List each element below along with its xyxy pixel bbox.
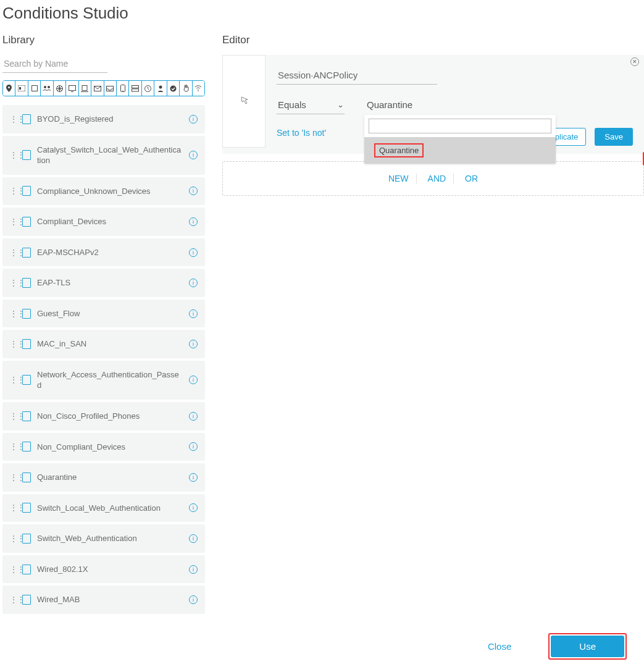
library-panel: Library ⋮⋮BYOD_is_Registeredi⋮⋮Catalyst_… (0, 34, 210, 614)
library-item[interactable]: ⋮⋮Guest_Flowi (2, 300, 205, 328)
drag-handle-icon[interactable]: ⋮⋮ (10, 443, 16, 450)
set-is-not-link[interactable]: Set to 'Is not' (277, 128, 326, 138)
info-icon[interactable]: i (189, 412, 198, 421)
use-button[interactable]: Use (551, 636, 624, 657)
drag-handle-icon[interactable]: ⋮⋮ (10, 249, 16, 256)
library-item-name: MAC_in_SAN (37, 338, 183, 350)
drag-handle-icon[interactable]: ⋮⋮ (10, 566, 16, 573)
svg-rect-1 (19, 87, 21, 90)
library-item[interactable]: ⋮⋮Non_Compliant_Devicesi (2, 433, 205, 461)
svg-point-17 (198, 91, 199, 91)
dropdown-option[interactable]: Quarantine (364, 137, 556, 164)
dropdown-search-input[interactable] (369, 119, 551, 133)
mail-icon[interactable] (91, 81, 104, 96)
value-display: Quarantine ⌃ (367, 99, 412, 111)
drag-handle-icon[interactable]: ⋮⋮ (10, 413, 16, 420)
document-icon (22, 309, 31, 319)
info-icon[interactable]: i (189, 595, 198, 604)
hand-icon[interactable] (180, 81, 192, 96)
drag-handle-icon[interactable]: ⋮⋮ (10, 340, 16, 348)
shield-icon[interactable] (167, 81, 180, 96)
logic-or[interactable]: OR (458, 174, 485, 183)
document-icon (22, 114, 31, 124)
library-item[interactable]: ⋮⋮EAP-MSCHAPv2i (2, 238, 205, 267)
operator-label: Equals (278, 99, 306, 110)
drag-handle-icon[interactable]: ⋮⋮ (10, 596, 16, 603)
drag-handle-icon[interactable]: ⋮⋮ (10, 310, 16, 317)
document-icon (22, 411, 31, 421)
drag-handle-icon[interactable]: ⋮⋮ (10, 218, 16, 225)
info-icon[interactable]: i (189, 340, 198, 348)
library-item-name: Guest_Flow (37, 308, 183, 319)
device-icon[interactable] (79, 81, 91, 96)
server-icon[interactable] (129, 81, 141, 96)
square-icon[interactable] (28, 81, 41, 96)
wifi-icon[interactable] (193, 81, 204, 96)
search-input[interactable] (2, 55, 107, 73)
phone-icon[interactable] (117, 81, 129, 96)
location-icon[interactable] (3, 81, 15, 96)
info-icon[interactable]: i (189, 248, 198, 257)
info-icon[interactable]: i (189, 279, 198, 287)
badge-icon[interactable] (15, 81, 28, 96)
clock-icon[interactable] (142, 81, 154, 96)
library-title: Library (2, 34, 205, 46)
library-item[interactable]: ⋮⋮Quarantinei (2, 463, 205, 492)
library-item[interactable]: ⋮⋮EAP-TLSi (2, 269, 205, 297)
document-icon (22, 186, 31, 196)
library-item-name: Catalyst_Switch_Local_Web_Authentication (37, 145, 183, 166)
info-icon[interactable]: i (189, 115, 198, 124)
document-icon (22, 339, 31, 349)
info-icon[interactable]: i (189, 473, 198, 482)
document-icon (22, 534, 31, 544)
svg-point-15 (159, 85, 162, 88)
condition-drop-zone[interactable] (222, 55, 266, 148)
svg-point-11 (122, 90, 123, 91)
person-icon[interactable] (154, 81, 167, 96)
logic-new[interactable]: NEW (381, 174, 417, 183)
inbox-icon[interactable] (104, 81, 117, 96)
monitor-icon[interactable] (66, 81, 78, 96)
library-item[interactable]: ⋮⋮Wired_MABi (2, 586, 205, 614)
drag-handle-icon[interactable]: ⋮⋮ (10, 504, 16, 511)
drag-handle-icon[interactable]: ⋮⋮ (10, 279, 16, 287)
attribute-field[interactable]: Session·ANCPolicy (277, 66, 437, 85)
library-item[interactable]: ⋮⋮Catalyst_Switch_Local_Web_Authenticati… (2, 136, 205, 175)
info-icon[interactable]: i (189, 187, 198, 195)
library-item[interactable]: ⋮⋮MAC_in_SANi (2, 330, 205, 358)
drag-handle-icon[interactable]: ⋮⋮ (10, 376, 16, 384)
document-icon (22, 565, 31, 574)
info-icon[interactable]: i (189, 309, 198, 318)
info-icon[interactable]: i (189, 503, 198, 512)
globe-icon[interactable] (54, 81, 66, 96)
operator-select[interactable]: Equals ⌄ (277, 96, 345, 114)
drag-handle-icon[interactable]: ⋮⋮ (10, 474, 16, 481)
info-icon[interactable]: i (189, 376, 198, 384)
close-icon[interactable]: ✕ (630, 57, 639, 66)
drag-handle-icon[interactable]: ⋮⋮ (10, 151, 16, 159)
document-icon (22, 442, 31, 452)
library-item[interactable]: ⋮⋮Wired_802.1Xi (2, 555, 205, 584)
footer: Close Use (0, 621, 644, 672)
info-icon[interactable]: i (189, 534, 198, 543)
library-item[interactable]: ⋮⋮Non_Cisco_Profiled_Phonesi (2, 402, 205, 430)
library-item-name: Wired_MAB (37, 594, 183, 605)
library-item[interactable]: ⋮⋮Network_Access_Authentication_Passedi (2, 361, 205, 400)
save-button[interactable]: Save (595, 128, 633, 146)
group-icon[interactable] (41, 81, 53, 96)
drag-handle-icon[interactable]: ⋮⋮ (10, 187, 16, 195)
library-item[interactable]: ⋮⋮Compliant_Devicesi (2, 208, 205, 236)
info-icon[interactable]: i (189, 565, 198, 574)
drag-handle-icon[interactable]: ⋮⋮ (10, 535, 16, 542)
drag-handle-icon[interactable]: ⋮⋮ (10, 116, 16, 123)
info-icon[interactable]: i (189, 151, 198, 159)
info-icon[interactable]: i (189, 217, 198, 226)
library-item[interactable]: ⋮⋮Compliance_Unknown_Devicesi (2, 177, 205, 206)
info-icon[interactable]: i (189, 442, 198, 451)
library-item[interactable]: ⋮⋮Switch_Web_Authenticationi (2, 524, 205, 553)
close-button[interactable]: Close (488, 641, 511, 652)
library-item-name: Wired_802.1X (37, 564, 183, 575)
logic-and[interactable]: AND (420, 174, 454, 183)
library-item[interactable]: ⋮⋮BYOD_is_Registeredi (2, 105, 205, 133)
library-item[interactable]: ⋮⋮Switch_Local_Web_Authenticationi (2, 494, 205, 523)
